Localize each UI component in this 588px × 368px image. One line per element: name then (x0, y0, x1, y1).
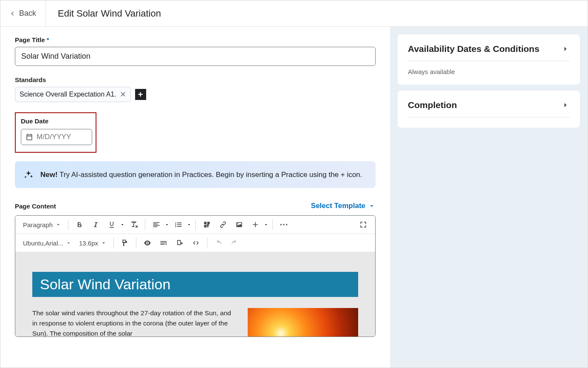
chevron-left-icon (10, 10, 16, 17)
format-painter-button[interactable] (117, 236, 133, 250)
separator (68, 219, 68, 230)
source-code-button[interactable] (188, 236, 204, 250)
list-button[interactable] (171, 217, 192, 232)
insert-more-button[interactable] (248, 217, 269, 232)
separator (195, 219, 196, 230)
fullscreen-button[interactable] (356, 217, 371, 232)
add-standard-button[interactable]: + (135, 89, 146, 100)
back-label: Back (19, 9, 36, 18)
document-body: The solar wind varies throughout the 27-… (32, 308, 358, 337)
more-button[interactable] (276, 217, 291, 232)
completion-body (408, 117, 570, 123)
font-size-select[interactable]: 13.6px (76, 238, 110, 248)
availability-title: Availability Dates & Conditions (408, 44, 540, 54)
italic-button[interactable] (88, 217, 103, 232)
back-button[interactable]: Back (10, 0, 46, 26)
calendar-icon (25, 133, 33, 141)
select-template-button[interactable]: Select Template (311, 202, 376, 210)
block-format-select[interactable]: Paragraph (20, 220, 65, 230)
ai-banner: New! Try AI-assisted question generation… (15, 161, 376, 188)
page-title-label: Page Title * (15, 36, 376, 43)
editor-toolbar-row-1: Paragraph (15, 216, 375, 234)
due-date-section: Due Date (15, 112, 96, 153)
separator (272, 219, 273, 230)
redo-button[interactable] (227, 236, 242, 250)
sparkle-icon (23, 170, 34, 180)
completion-title: Completion (408, 100, 457, 110)
separator (113, 237, 114, 248)
page-title-input[interactable] (15, 47, 376, 66)
document-title: Solar Wind Variation (32, 272, 358, 297)
select-template-label: Select Template (311, 202, 365, 210)
content-header: Page Content Select Template (15, 202, 376, 210)
insert-stuff-button[interactable] (199, 217, 215, 232)
chevron-down-icon (368, 202, 376, 210)
layout: Page Title * Standards Science Overall E… (0, 27, 588, 368)
bold-button[interactable] (72, 217, 87, 232)
chevron-right-icon (561, 45, 570, 53)
undo-button[interactable] (211, 236, 226, 250)
chevron-right-icon (561, 101, 570, 109)
accessibility-button[interactable] (140, 236, 155, 250)
document-text: The solar wind varies throughout the 27-… (32, 308, 237, 337)
ai-banner-text: New! Try AI-assisted question generation… (40, 169, 362, 180)
page-content-label: Page Content (15, 203, 56, 210)
font-family-select[interactable]: Ubuntu,Arial... (20, 238, 75, 248)
standards-tag[interactable]: Science Overall Expectation A1. ✕ (15, 87, 131, 102)
sun-image (248, 308, 358, 337)
standards-row: Science Overall Expectation A1. ✕ + (15, 87, 376, 102)
due-date-label: Due Date (21, 117, 90, 125)
new-badge: New! (40, 171, 58, 179)
preview-button[interactable] (172, 236, 187, 250)
app-header: Back Edit Solar Wind Variation (0, 0, 588, 27)
completion-header[interactable]: Completion (408, 100, 570, 117)
image-button[interactable] (232, 217, 247, 232)
standards-tag-label: Science Overall Expectation A1. (20, 91, 116, 98)
completion-card: Completion (398, 91, 580, 128)
word-count-button[interactable] (156, 236, 171, 250)
due-date-input[interactable] (37, 133, 88, 141)
availability-header[interactable]: Availability Dates & Conditions (408, 44, 570, 61)
clear-format-button[interactable] (126, 217, 141, 232)
main-column: Page Title * Standards Science Overall E… (0, 27, 390, 368)
side-column: Availability Dates & Conditions Always a… (390, 27, 588, 368)
editor-toolbar-row-2: Ubuntu,Arial... 13.6px (15, 234, 375, 252)
ai-banner-body: Try AI-assisted question generation in P… (59, 171, 362, 179)
align-button[interactable] (149, 217, 170, 232)
page-title: Edit Solar Wind Variation (58, 8, 161, 19)
separator (136, 237, 136, 248)
availability-status: Always available (408, 61, 570, 80)
standards-label: Standards (15, 76, 376, 83)
rich-text-editor: Paragraph (15, 215, 376, 337)
required-mark: * (47, 36, 49, 43)
separator (145, 219, 145, 230)
remove-tag-icon[interactable]: ✕ (120, 91, 126, 98)
editor-canvas[interactable]: Solar Wind Variation The solar wind vari… (15, 252, 375, 337)
availability-card: Availability Dates & Conditions Always a… (398, 34, 580, 85)
link-button[interactable] (215, 217, 231, 232)
underline-button[interactable] (104, 217, 125, 232)
separator (207, 237, 207, 248)
due-date-input-wrap[interactable] (21, 129, 92, 145)
